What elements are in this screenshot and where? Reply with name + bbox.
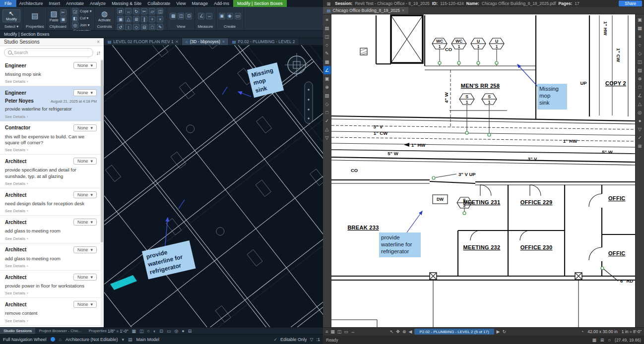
detail-level-icon[interactable]: ▦ [131,329,136,334]
undo-modify-icon[interactable]: ↺ [117,24,124,30]
session-status-dropdown[interactable]: None▾ [73,62,97,69]
tab-analyze[interactable]: Analyze [87,0,109,7]
rotate-icon[interactable]: ↻ [133,8,139,14]
panel-scrollbar[interactable] [101,59,103,327]
temporary-hide-icon[interactable]: ◎ [174,329,178,334]
tab-collaborate[interactable]: Collaborate [144,0,173,7]
previous-page-icon[interactable]: ◀ [408,329,412,334]
document-tab[interactable]: ▤ Chicago Office Building_8_19_2025 × [323,7,408,14]
close-icon[interactable]: × [402,8,404,13]
grid-toggle-icon[interactable]: ▦ [592,338,597,343]
session-item[interactable]: Engineer None▾ Missing mop sink See Deta… [0,59,104,86]
file-tab[interactable]: File [0,0,16,7]
navigation-bar[interactable] [305,82,313,123]
select-tool-icon[interactable]: ↖ [390,329,394,334]
move-icon[interactable]: ↔ [125,8,131,14]
see-details-link[interactable]: See Details› [5,319,97,323]
session-status-dropdown[interactable]: None▾ [73,191,97,198]
visual-style-icon[interactable]: ◫ [139,329,144,334]
sync-views-icon[interactable]: ○ [608,338,611,343]
flags-panel-icon[interactable]: ▽ [636,125,644,133]
session-status-dropdown[interactable]: None▾ [73,89,97,96]
shadows-icon[interactable]: ◐ [153,329,156,334]
tab-view[interactable]: View [173,0,189,7]
wall-opening-icon[interactable]: □ [149,24,155,30]
view-scale[interactable]: 1/8" = 1'-0" [108,329,128,334]
see-details-link[interactable]: See Details› [5,264,97,268]
search-panel-icon[interactable]: ○ [636,41,644,49]
spaces-panel-icon[interactable]: □ [636,83,644,91]
thumbnails-panel-icon[interactable]: ◫ [636,57,644,66]
sort-icon[interactable]: ↓↑ [96,50,100,56]
hide-icon[interactable]: ▦ [170,13,176,19]
markups-list-icon[interactable]: ▦ [323,57,331,66]
markup-missing-mop-sink[interactable]: Missing mop sink [537,84,567,110]
join-button[interactable]: ◎Join ▾ [72,22,92,28]
3d-model-tree-icon[interactable]: △ [323,125,331,133]
create-similar-icon[interactable]: ◉ [227,13,233,19]
markups-list-toggle-icon[interactable]: ≡ [325,329,328,334]
tab-massing-site[interactable]: Massing & Site [109,0,144,7]
session-item-selected[interactable]: Engineer None▾ Peter Noyes August 21, 20… [0,86,104,121]
tab-insert[interactable]: Insert [46,0,64,7]
capture-icon[interactable]: ● [636,116,644,125]
paste-icon[interactable]: ▨ [51,10,58,18]
see-details-link[interactable]: See Details› [5,236,97,241]
thumbnails-toggle-icon[interactable]: ▦ [330,329,335,334]
offset-icon[interactable]: ▱ [149,8,155,14]
flags-icon[interactable]: ▽ [323,133,331,142]
tab-manage[interactable]: Manage [189,0,211,7]
thumbnails-icon[interactable]: ◫ [323,32,331,41]
panel-close-icon[interactable]: × [97,39,100,45]
signatures-panel-icon[interactable]: ✓ [636,133,644,142]
bookmarks-icon[interactable]: ◇ [323,100,331,108]
tab-architecture[interactable]: Architecture [16,0,46,7]
pan-tool-icon[interactable]: ✥ [396,329,400,334]
crop-region-icon[interactable]: ▭ [167,329,171,334]
array-icon[interactable]: ⊞ [133,16,139,22]
page-status-pill[interactable]: P2.02 - PLUMBING - LEVEL 2 (5 of 17) [414,329,494,335]
signatures-icon[interactable]: ✓ [323,116,331,125]
mirror-icon[interactable]: ◫ [157,8,163,14]
copy-icon[interactable]: ▣ [117,16,124,22]
session-status-dropdown[interactable]: None▾ [73,301,97,308]
close-icon[interactable]: × [222,39,225,44]
session-item[interactable]: Architect None▾ provide specification an… [0,155,104,188]
tab-add-ins[interactable]: Add-Ins [211,0,232,7]
tool-chest-icon[interactable]: ▦ [636,24,644,32]
menu-icon[interactable]: ≡ [323,15,331,24]
extend-icon[interactable]: ↕ [125,24,131,30]
pin-icon[interactable]: + [149,16,155,22]
panel-tab-properties[interactable]: Properties [85,328,110,334]
workset-selector[interactable]: Architecture (Not Editable) [65,337,118,342]
properties-icon[interactable]: ▣ [323,74,331,83]
editable-only-label[interactable]: Editable Only [280,337,307,342]
markup-provide-waterline[interactable]: provide waterline for refrigerator [379,232,421,257]
delete-icon[interactable]: × [157,16,163,22]
session-item[interactable]: Architect None▾ add glass to meeting roo… [0,216,104,243]
settings-icon[interactable]: ⊞ [636,142,644,150]
dimension-icon[interactable]: ↔ [206,13,212,19]
zoom-tool-icon[interactable]: ⊕ [402,329,406,334]
search-icon[interactable]: ○ [323,41,331,49]
session-item[interactable]: Architect None▾ provide power in floor f… [0,271,104,298]
see-details-link[interactable]: See Details› [5,209,97,213]
session-grid-icon[interactable]: ⊞ [325,0,332,6]
layers-panel-icon[interactable]: ▧ [636,66,644,74]
properties-icon[interactable]: ▤ [31,12,38,20]
next-page-icon[interactable]: ▶ [497,329,500,334]
split-icon[interactable]: ∥ [141,16,147,22]
cut-to-clipboard-icon[interactable]: ✂ [60,9,66,16]
panel-tab-project-browser[interactable]: Project Browser - Chic... [35,328,85,334]
modify-tool-button[interactable]: ↖ Modify [2,9,20,22]
file-access-icon[interactable]: ▤ [323,24,331,32]
exclude-options-checkbox[interactable]: ✓ [273,337,277,342]
snap-toggle-icon[interactable]: ⊞ [600,338,604,343]
session-item[interactable]: Architect None▾ need design details for … [0,188,104,216]
session-item[interactable]: Architect None▾ remove content See Detai… [0,298,104,325]
spaces-icon[interactable]: □ [323,108,331,116]
session-item[interactable]: Contractor None▾ this will be expensive … [0,121,104,155]
3d-panel-icon[interactable]: △ [636,100,644,108]
activate-controls-icon[interactable]: ◍ [101,10,108,18]
align-icon[interactable]: ⇄ [117,8,124,14]
